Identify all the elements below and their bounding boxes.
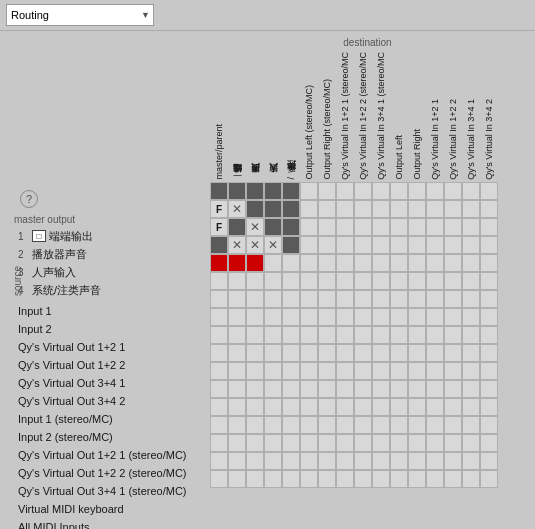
grid-cell[interactable] bbox=[282, 218, 300, 236]
grid-cell[interactable] bbox=[264, 290, 282, 308]
grid-cell[interactable]: ✕ bbox=[228, 236, 246, 254]
grid-cell[interactable] bbox=[390, 182, 408, 200]
grid-cell[interactable] bbox=[246, 272, 264, 290]
grid-cell[interactable] bbox=[228, 218, 246, 236]
grid-cell[interactable] bbox=[372, 452, 390, 470]
grid-cell[interactable] bbox=[246, 362, 264, 380]
grid-cell[interactable] bbox=[300, 470, 318, 488]
grid-cell[interactable] bbox=[426, 218, 444, 236]
grid-cell[interactable] bbox=[336, 236, 354, 254]
grid-cell[interactable] bbox=[300, 416, 318, 434]
grid-cell[interactable] bbox=[228, 434, 246, 452]
grid-cell[interactable] bbox=[426, 308, 444, 326]
grid-cell[interactable] bbox=[318, 416, 336, 434]
grid-cell[interactable] bbox=[264, 200, 282, 218]
grid-cell[interactable] bbox=[228, 290, 246, 308]
grid-cell[interactable] bbox=[372, 344, 390, 362]
grid-cell[interactable] bbox=[444, 326, 462, 344]
grid-cell[interactable] bbox=[462, 452, 480, 470]
grid-cell[interactable] bbox=[318, 434, 336, 452]
grid-cell[interactable] bbox=[426, 344, 444, 362]
grid-cell[interactable] bbox=[426, 326, 444, 344]
grid-cell[interactable] bbox=[210, 326, 228, 344]
grid-cell[interactable] bbox=[318, 272, 336, 290]
grid-cell[interactable] bbox=[300, 182, 318, 200]
grid-cell[interactable] bbox=[336, 272, 354, 290]
grid-cell[interactable] bbox=[228, 326, 246, 344]
grid-cell[interactable] bbox=[444, 380, 462, 398]
grid-cell[interactable] bbox=[354, 434, 372, 452]
grid-cell[interactable] bbox=[408, 398, 426, 416]
grid-cell[interactable] bbox=[210, 182, 228, 200]
grid-cell[interactable] bbox=[228, 308, 246, 326]
grid-cell[interactable] bbox=[390, 200, 408, 218]
grid-cell[interactable] bbox=[408, 290, 426, 308]
grid-cell[interactable] bbox=[246, 290, 264, 308]
grid-cell[interactable] bbox=[246, 254, 264, 272]
grid-cell[interactable] bbox=[282, 362, 300, 380]
grid-cell[interactable] bbox=[282, 416, 300, 434]
grid-cell[interactable] bbox=[390, 380, 408, 398]
grid-cell[interactable] bbox=[282, 272, 300, 290]
grid-cell[interactable] bbox=[282, 254, 300, 272]
grid-cell[interactable] bbox=[408, 218, 426, 236]
grid-cell[interactable] bbox=[426, 416, 444, 434]
grid-cell[interactable] bbox=[390, 254, 408, 272]
grid-cell[interactable] bbox=[300, 434, 318, 452]
grid-cell[interactable] bbox=[426, 452, 444, 470]
grid-cell[interactable] bbox=[300, 380, 318, 398]
grid-cell[interactable] bbox=[480, 362, 498, 380]
grid-cell[interactable] bbox=[246, 308, 264, 326]
grid-cell[interactable] bbox=[336, 218, 354, 236]
grid-cell[interactable] bbox=[336, 254, 354, 272]
grid-cell[interactable] bbox=[480, 182, 498, 200]
grid-cell[interactable] bbox=[372, 182, 390, 200]
grid-cell[interactable] bbox=[480, 308, 498, 326]
grid-cell[interactable] bbox=[372, 398, 390, 416]
grid-cell[interactable] bbox=[336, 290, 354, 308]
grid-cell[interactable] bbox=[372, 380, 390, 398]
grid-cell[interactable] bbox=[462, 290, 480, 308]
routing-select[interactable]: Routing bbox=[6, 4, 154, 26]
grid-cell[interactable] bbox=[408, 416, 426, 434]
grid-cell[interactable] bbox=[264, 434, 282, 452]
grid-cell[interactable] bbox=[282, 452, 300, 470]
grid-cell[interactable] bbox=[228, 470, 246, 488]
grid-cell[interactable] bbox=[444, 254, 462, 272]
grid-cell[interactable] bbox=[462, 416, 480, 434]
grid-cell[interactable] bbox=[264, 362, 282, 380]
grid-cell[interactable] bbox=[264, 380, 282, 398]
grid-cell[interactable] bbox=[318, 380, 336, 398]
grid-cell[interactable] bbox=[444, 236, 462, 254]
grid-cell[interactable] bbox=[462, 254, 480, 272]
grid-cell[interactable] bbox=[210, 416, 228, 434]
grid-cell[interactable] bbox=[444, 362, 462, 380]
grid-cell[interactable] bbox=[300, 362, 318, 380]
grid-cell[interactable]: F bbox=[210, 218, 228, 236]
grid-cell[interactable] bbox=[264, 416, 282, 434]
grid-cell[interactable] bbox=[390, 362, 408, 380]
grid-cell[interactable] bbox=[462, 380, 480, 398]
grid-cell[interactable] bbox=[426, 236, 444, 254]
grid-cell[interactable] bbox=[300, 326, 318, 344]
grid-cell[interactable] bbox=[318, 236, 336, 254]
grid-cell[interactable] bbox=[354, 236, 372, 254]
grid-cell[interactable] bbox=[210, 452, 228, 470]
grid-cell[interactable] bbox=[354, 290, 372, 308]
grid-cell[interactable] bbox=[336, 380, 354, 398]
grid-cell[interactable] bbox=[426, 290, 444, 308]
grid-cell[interactable] bbox=[372, 362, 390, 380]
grid-cell[interactable] bbox=[264, 470, 282, 488]
grid-cell[interactable] bbox=[408, 380, 426, 398]
grid-cell[interactable] bbox=[462, 398, 480, 416]
grid-cell[interactable] bbox=[390, 326, 408, 344]
grid-cell[interactable] bbox=[480, 200, 498, 218]
grid-cell[interactable] bbox=[426, 434, 444, 452]
grid-cell[interactable] bbox=[444, 470, 462, 488]
grid-cell[interactable] bbox=[390, 452, 408, 470]
grid-cell[interactable] bbox=[462, 200, 480, 218]
grid-cell[interactable] bbox=[480, 218, 498, 236]
grid-cell[interactable] bbox=[480, 398, 498, 416]
grid-cell[interactable] bbox=[462, 236, 480, 254]
grid-cell[interactable] bbox=[462, 470, 480, 488]
